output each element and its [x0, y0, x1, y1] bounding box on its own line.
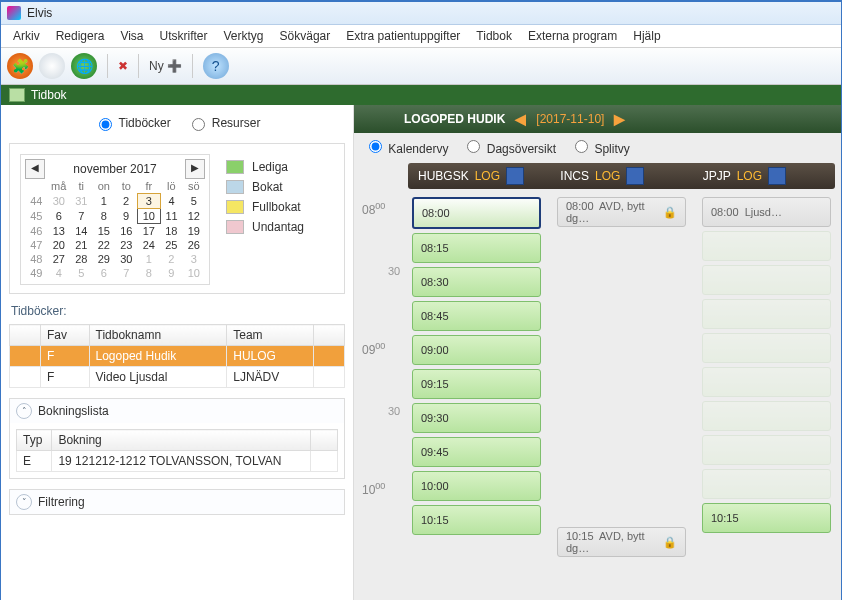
- cal-day[interactable]: 17: [138, 224, 161, 239]
- time-slot[interactable]: 08:00: [412, 197, 541, 229]
- cal-day[interactable]: 24: [138, 238, 161, 252]
- menu-sökvägar[interactable]: Sökvägar: [272, 27, 339, 45]
- radio-tidbocker-input[interactable]: [99, 118, 112, 131]
- date-prev[interactable]: ◀: [515, 111, 526, 127]
- cal-day[interactable]: 21: [70, 238, 93, 252]
- time-slot[interactable]: [702, 265, 831, 295]
- cal-day[interactable]: 6: [93, 266, 116, 280]
- cal-day[interactable]: 11: [160, 209, 183, 224]
- tidbok-row[interactable]: FVideo LjusdalLJNÄDV: [10, 367, 345, 388]
- schedule-col-2[interactable]: 08:00 AVD, bytt dg…🔒10:15 AVD, bytt dg…🔒: [553, 193, 690, 593]
- menu-tidbok[interactable]: Tidbok: [468, 27, 520, 45]
- cal-day[interactable]: 28: [70, 252, 93, 266]
- menu-arkiv[interactable]: Arkiv: [5, 27, 48, 45]
- cal-day[interactable]: 12: [183, 209, 206, 224]
- cal-day[interactable]: 2: [160, 252, 183, 266]
- radio-resurser[interactable]: Resurser: [187, 115, 261, 131]
- cal-day[interactable]: 29: [93, 252, 116, 266]
- schedule-col-3[interactable]: 08:00 Ljusd…10:15: [698, 193, 835, 593]
- col-header-incs[interactable]: INCS LOG: [550, 167, 692, 185]
- menu-externa-program[interactable]: Externa program: [520, 27, 625, 45]
- radio-splitvy[interactable]: Splitvy: [570, 137, 630, 156]
- new-button[interactable]: Ny➕: [149, 59, 182, 73]
- time-slot[interactable]: 10:00: [412, 471, 541, 501]
- time-slot[interactable]: 10:15: [702, 503, 831, 533]
- cal-day[interactable]: 26: [183, 238, 206, 252]
- pin-icon[interactable]: [768, 167, 786, 185]
- help-button[interactable]: ?: [203, 53, 229, 79]
- cal-day[interactable]: 9: [115, 209, 138, 224]
- cal-day[interactable]: 8: [138, 266, 161, 280]
- cal-day[interactable]: 1: [138, 252, 161, 266]
- time-slot[interactable]: 09:30: [412, 403, 541, 433]
- cal-day[interactable]: 7: [70, 209, 93, 224]
- cal-next[interactable]: ▶: [185, 159, 205, 179]
- cal-day[interactable]: 8: [93, 209, 116, 224]
- time-slot[interactable]: [702, 469, 831, 499]
- radio-kalendervy[interactable]: Kalendervy: [364, 137, 448, 156]
- tidbok-row[interactable]: FLogoped HudikHULOG: [10, 346, 345, 367]
- time-slot[interactable]: [702, 333, 831, 363]
- menu-hjälp[interactable]: Hjälp: [625, 27, 668, 45]
- radio-splitvy-input[interactable]: [575, 140, 588, 153]
- mini-calendar[interactable]: ◀ november 2017 ▶ måtiontofrlösö44303112…: [20, 154, 210, 285]
- menu-visa[interactable]: Visa: [112, 27, 151, 45]
- calendar-grid[interactable]: måtiontofrlösö44303112345456789101112461…: [25, 179, 205, 280]
- date-next[interactable]: ▶: [614, 111, 625, 127]
- appointment-slot[interactable]: 08:00 AVD, bytt dg…🔒: [557, 197, 686, 227]
- menu-utskrifter[interactable]: Utskrifter: [152, 27, 216, 45]
- menu-extra-patientuppgifter[interactable]: Extra patientuppgifter: [338, 27, 468, 45]
- cal-day[interactable]: 22: [93, 238, 116, 252]
- cal-day[interactable]: 4: [160, 194, 183, 209]
- radio-tidbocker[interactable]: Tidböcker: [94, 115, 171, 131]
- cal-day[interactable]: 4: [48, 266, 71, 280]
- radio-dagsoversikt-input[interactable]: [467, 140, 480, 153]
- cal-day[interactable]: 23: [115, 238, 138, 252]
- cal-day[interactable]: 30: [115, 252, 138, 266]
- col-header-hubgsk[interactable]: HUBGSK LOG: [408, 167, 550, 185]
- tidbocker-table[interactable]: FavTidboknamnTeamFLogoped HudikHULOGFVid…: [9, 324, 345, 388]
- cal-day[interactable]: 7: [115, 266, 138, 280]
- bokningslista-table[interactable]: TypBokningE19 121212-1212 TOLVANSSON, TO…: [16, 429, 338, 472]
- cal-prev[interactable]: ◀: [25, 159, 45, 179]
- cal-day[interactable]: 10: [138, 209, 161, 224]
- time-slot[interactable]: [702, 299, 831, 329]
- time-slot[interactable]: [702, 367, 831, 397]
- tool-btn-1[interactable]: 🧩: [7, 53, 33, 79]
- time-slot[interactable]: 10:15: [412, 505, 541, 535]
- cal-day[interactable]: 6: [48, 209, 71, 224]
- cal-day[interactable]: 30: [48, 194, 71, 209]
- menu-verktyg[interactable]: Verktyg: [216, 27, 272, 45]
- cal-day[interactable]: 1: [93, 194, 116, 209]
- tool-btn-2[interactable]: [39, 53, 65, 79]
- time-slot[interactable]: [702, 401, 831, 431]
- tool-btn-3[interactable]: 🌐: [71, 53, 97, 79]
- time-slot[interactable]: [702, 435, 831, 465]
- appointment-slot[interactable]: 08:00 Ljusd…: [702, 197, 831, 227]
- radio-kalendervy-input[interactable]: [369, 140, 382, 153]
- radio-resurser-input[interactable]: [192, 118, 205, 131]
- pin-icon[interactable]: [626, 167, 644, 185]
- radio-dagsoversikt[interactable]: Dagsöversikt: [462, 137, 556, 156]
- col-header-jpjp[interactable]: JPJP LOG: [693, 167, 835, 185]
- cal-day[interactable]: 18: [160, 224, 183, 239]
- time-slot[interactable]: 09:45: [412, 437, 541, 467]
- appointment-slot[interactable]: 10:15 AVD, bytt dg…🔒: [557, 527, 686, 557]
- cal-day[interactable]: 16: [115, 224, 138, 239]
- cal-day[interactable]: 5: [70, 266, 93, 280]
- time-slot[interactable]: 08:15: [412, 233, 541, 263]
- schedule-col-1[interactable]: 08:0008:1508:3008:4509:0009:1509:3009:45…: [408, 193, 545, 593]
- menu-redigera[interactable]: Redigera: [48, 27, 113, 45]
- cal-day[interactable]: 31: [70, 194, 93, 209]
- filtrering-header[interactable]: ˅ Filtrering: [10, 490, 344, 514]
- cal-day[interactable]: 14: [70, 224, 93, 239]
- cal-day[interactable]: 3: [183, 252, 206, 266]
- cal-day[interactable]: 10: [183, 266, 206, 280]
- bokning-row[interactable]: E19 121212-1212 TOLVANSSON, TOLVAN: [17, 451, 338, 472]
- cal-day[interactable]: 25: [160, 238, 183, 252]
- time-slot[interactable]: 09:00: [412, 335, 541, 365]
- time-slot[interactable]: [702, 231, 831, 261]
- cal-day[interactable]: 9: [160, 266, 183, 280]
- cal-day[interactable]: 3: [138, 194, 161, 209]
- cal-day[interactable]: 5: [183, 194, 206, 209]
